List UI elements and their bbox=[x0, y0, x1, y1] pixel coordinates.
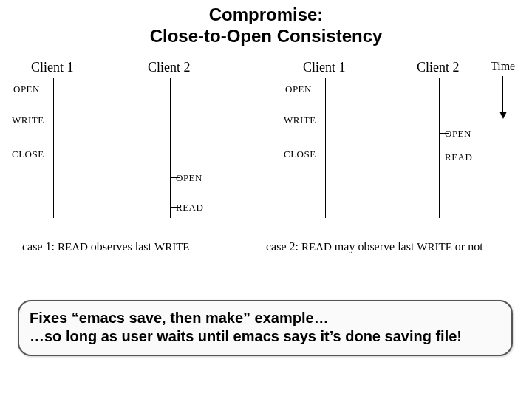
case1-close: CLOSE bbox=[12, 149, 44, 160]
case2-read2: READ bbox=[445, 151, 472, 163]
case1-close-tick bbox=[43, 154, 53, 154]
case1-read-word: READ bbox=[58, 241, 88, 253]
case1-write: WRITE bbox=[12, 115, 44, 126]
title-line-1: Compromise: bbox=[0, 4, 532, 26]
case1-open2: OPEN bbox=[176, 172, 202, 184]
case2-close-tick bbox=[315, 154, 325, 154]
case2-client1-label: Client 1 bbox=[303, 60, 346, 75]
case2-prefix: case 2: bbox=[266, 240, 301, 253]
case1-caption: case 1: READ observes last WRITE bbox=[22, 240, 190, 253]
case2-write-tick bbox=[315, 120, 325, 120]
case1-client2-label: Client 2 bbox=[148, 60, 191, 75]
title-line-2: Close-to-Open Consistency bbox=[0, 26, 532, 47]
case1-client2-line bbox=[170, 78, 171, 218]
case2-read-word: READ bbox=[301, 241, 332, 253]
time-label: Time bbox=[491, 60, 515, 73]
case2-open-tick bbox=[312, 89, 325, 89]
case2-write: WRITE bbox=[284, 115, 316, 126]
timeline-diagrams: Time Client 1 OPEN WRITE CLOSE Client 2 … bbox=[7, 63, 525, 292]
case2-open: OPEN bbox=[285, 83, 312, 95]
time-arrow-head bbox=[499, 112, 507, 119]
case2-client1-line bbox=[325, 78, 326, 218]
case2-write-word: WRITE bbox=[417, 241, 451, 253]
case2-close: CLOSE bbox=[284, 149, 316, 160]
case1-read2: READ bbox=[176, 202, 203, 214]
case1-client1-line bbox=[53, 78, 54, 218]
callout-line-1: Fixes “emacs save, then make” example… bbox=[30, 309, 501, 327]
case1-prefix: case 1: bbox=[22, 240, 58, 253]
slide-title: Compromise: Close-to-Open Consistency bbox=[0, 0, 532, 50]
case1-open2-tick bbox=[170, 177, 180, 178]
callout-line-2: …so long as user waits until emacs says … bbox=[30, 327, 501, 346]
case1-open-tick bbox=[40, 89, 53, 89]
case1-write-tick bbox=[43, 120, 53, 120]
case2-mid: may observe last bbox=[332, 240, 417, 253]
case2-client2-label: Client 2 bbox=[417, 60, 460, 75]
time-arrow-line bbox=[502, 76, 503, 113]
case2-suffix: or not bbox=[452, 240, 483, 253]
case1-read2-tick bbox=[170, 207, 180, 208]
case1-write-word: WRITE bbox=[154, 241, 189, 253]
case2-open2-tick bbox=[439, 133, 449, 134]
case2-caption: case 2: READ may observe last WRITE or n… bbox=[266, 240, 483, 253]
callout-box: Fixes “emacs save, then make” example… …… bbox=[18, 300, 513, 356]
case1-client1-label: Client 1 bbox=[31, 60, 74, 75]
case1-open: OPEN bbox=[13, 83, 40, 95]
case1-mid: observes last bbox=[88, 240, 154, 253]
case2-read2-tick bbox=[439, 157, 449, 157]
case2-open2: OPEN bbox=[445, 128, 471, 140]
case2-client2-line bbox=[439, 78, 440, 218]
